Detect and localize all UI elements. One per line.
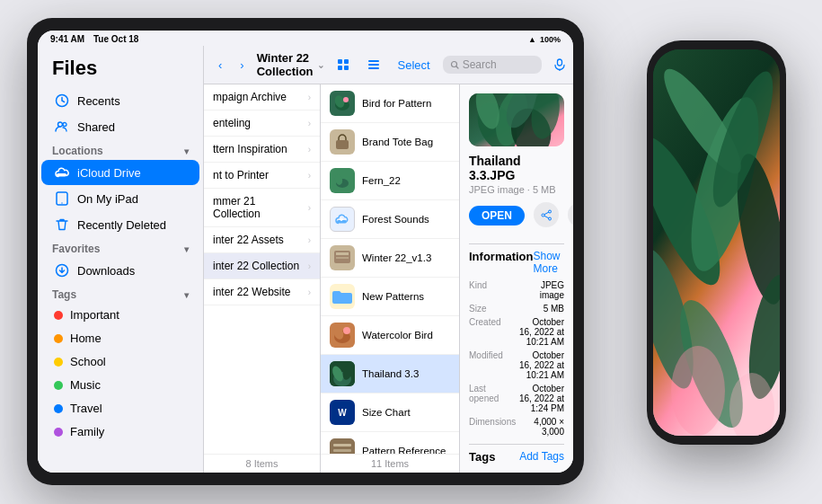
bird-thumb — [330, 91, 355, 116]
detail-subtitle: JPEG image · 5 MB — [469, 184, 564, 195]
sidebar-tag-travel[interactable]: Travel — [41, 397, 199, 420]
info-row-size: Size 5 MB — [469, 304, 564, 314]
favorites-chevron: ▾ — [184, 244, 189, 254]
dimensions-key: Dimensions — [469, 417, 518, 437]
thailand-thumb — [330, 361, 355, 386]
info-section: Information Show More Kind JPEG image Si… — [469, 243, 564, 440]
col1-footer: 8 Items — [204, 454, 320, 473]
clock-icon — [54, 93, 70, 109]
last-opened-value: October 16, 2022 at 1:24 PM — [518, 384, 564, 413]
col1-item[interactable]: inter 22 Assets › — [204, 227, 320, 253]
col2-item-bird[interactable]: Bird for Pattern — [321, 84, 459, 123]
sidebar-tag-important-label: Important — [70, 308, 119, 322]
kind-key: Kind — [469, 280, 518, 300]
col2-item-pattern-ref[interactable]: Pattern Reference — [321, 432, 459, 454]
col1-item[interactable]: mmer 21 Collection › — [204, 189, 320, 227]
info-header: Information Show More — [469, 250, 564, 275]
col2-item-winter[interactable]: Winter 22_v1.3 — [321, 239, 459, 278]
winter-thumb — [330, 245, 355, 270]
sidebar-recently-deleted-label: Recently Deleted — [77, 218, 166, 232]
search-input[interactable] — [463, 58, 535, 71]
open-button[interactable]: OPEN — [469, 206, 525, 225]
sidebar: Files Recents — [38, 46, 204, 473]
col1-item-selected[interactable]: inter 22 Collection › — [204, 253, 320, 279]
modified-key: Modified — [469, 350, 518, 380]
sidebar-tag-family[interactable]: Family — [41, 420, 199, 443]
col1-item[interactable]: mpaign Archive › — [204, 84, 320, 111]
col2-item-tote[interactable]: Brand Tote Bag — [321, 123, 459, 162]
col1-item-label: ttern Inspiration — [213, 143, 287, 155]
sidebar-item-on-my-ipad[interactable]: On My iPad — [41, 186, 199, 211]
locations-section-header[interactable]: Locations ▾ — [38, 143, 203, 159]
svg-point-60 — [671, 346, 725, 436]
sidebar-item-recents[interactable]: Recents — [41, 88, 199, 113]
sidebar-item-downloads[interactable]: Downloads — [41, 258, 199, 283]
sidebar-on-my-ipad-label: On My iPad — [77, 192, 138, 206]
search-icon — [450, 60, 459, 69]
iphone-wallpaper — [653, 49, 780, 436]
favorites-section-header[interactable]: Favorites ▾ — [38, 241, 203, 257]
tags-title: Tags — [469, 450, 495, 464]
col1-item-label: mpaign Archive — [213, 91, 287, 103]
col1-item-chevron: › — [308, 119, 311, 128]
music-dot — [54, 381, 63, 390]
sidebar-title: Files — [38, 53, 203, 87]
ipad-status-bar: 9:41 AM Tue Oct 18 ▲ 100% — [38, 31, 573, 46]
view-list-button[interactable] — [362, 55, 385, 75]
col1-item[interactable]: ttern Inspiration › — [204, 137, 320, 163]
locations-chevron: ▾ — [184, 146, 189, 156]
col2-item-size-chart[interactable]: W Size Chart — [321, 393, 459, 432]
sidebar-item-shared[interactable]: Shared — [41, 114, 199, 139]
fern-thumb — [330, 168, 355, 193]
back-button[interactable]: ‹ — [213, 55, 227, 75]
col2-item-new-patterns[interactable]: New Patterns — [321, 278, 459, 316]
svg-rect-9 — [338, 66, 342, 70]
col1-item-label: nt to Printer — [213, 169, 269, 181]
sidebar-tag-school[interactable]: School — [41, 350, 199, 373]
info-row-modified: Modified October 16, 2022 at 10:21 AM — [469, 350, 564, 380]
trash-icon — [54, 217, 70, 233]
select-button[interactable]: Select — [393, 55, 436, 75]
sidebar-item-recently-deleted[interactable]: Recently Deleted — [41, 212, 199, 237]
col2-item-thailand-selected[interactable]: Thailand 3.3 — [321, 355, 459, 393]
copy-icon-button[interactable] — [568, 202, 573, 227]
col1-item[interactable]: inter 22 Website › — [204, 279, 320, 305]
sidebar-tag-home[interactable]: Home — [41, 327, 199, 349]
col2-item-watercolor[interactable]: Watercolor Bird — [321, 316, 459, 355]
col1-item[interactable]: enteling › — [204, 111, 320, 137]
sidebar-item-icloud-drive[interactable]: iCloud Drive — [41, 160, 199, 185]
ipad-content: Files Recents — [38, 46, 573, 473]
sidebar-tag-family-label: Family — [70, 425, 104, 438]
search-box[interactable] — [443, 56, 542, 74]
sidebar-tag-music[interactable]: Music — [41, 374, 199, 396]
breadcrumb-text: Winter 22 Collection — [257, 51, 314, 78]
col1-item-chevron: › — [308, 93, 311, 102]
col1-item-label: enteling — [213, 117, 251, 129]
svg-rect-19 — [336, 140, 349, 149]
share-icon-button[interactable] — [534, 202, 559, 227]
breadcrumb-chevron: ⌄ — [317, 60, 324, 70]
created-key: Created — [469, 317, 518, 347]
forward-button[interactable]: › — [234, 55, 249, 75]
view-grid-button[interactable] — [331, 55, 355, 75]
col1-item-chevron: › — [308, 171, 311, 181]
sidebar-shared-label: Shared — [77, 120, 115, 134]
info-row-dimensions: Dimensions 4,000 × 3,000 — [469, 417, 564, 437]
sidebar-tag-school-label: School — [70, 355, 106, 368]
watercolor-thumb — [330, 323, 355, 348]
col1-item-label: inter 22 Assets — [213, 234, 284, 246]
col2-item-fern[interactable]: Fern_22 — [321, 162, 459, 200]
svg-rect-34 — [333, 444, 351, 447]
mic-button[interactable] — [549, 55, 570, 75]
col1-item-chevron: › — [308, 203, 311, 213]
show-more-button[interactable]: Show More — [534, 250, 565, 275]
sidebar-tag-important[interactable]: Important — [41, 304, 199, 326]
info-row-created: Created October 16, 2022 at 10:21 AM — [469, 317, 564, 347]
file-toolbar: ‹ › Winter 22 Collection ⌄ — [204, 46, 573, 84]
detail-filename: Thailand 3.3.JPG — [469, 154, 564, 182]
breadcrumb: Winter 22 Collection ⌄ — [257, 51, 324, 78]
tags-section-header[interactable]: Tags ▾ — [38, 287, 203, 303]
col2-item-forest[interactable]: Forest Sounds — [321, 200, 459, 239]
add-tags-button[interactable]: Add Tags — [519, 450, 564, 464]
col1-item[interactable]: nt to Printer › — [204, 163, 320, 189]
